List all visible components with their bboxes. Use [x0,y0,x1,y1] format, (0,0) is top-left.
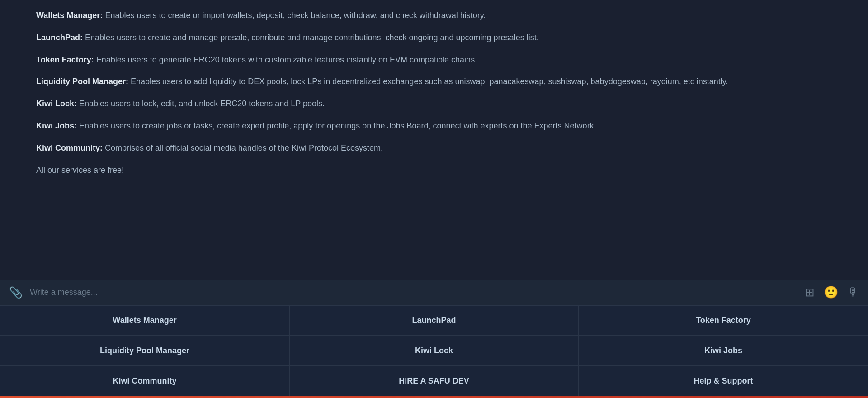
feature-label: Kiwi Community: [36,143,103,152]
feature-description: Enables users to lock, edit, and unlock … [77,99,325,108]
grid-button-hire-a-safu-dev[interactable]: HIRE A SAFU DEV [289,366,579,396]
message-bar: 📎 ⊞ 🙂 🎙 [0,280,868,305]
feature-label: LaunchPad: [36,33,83,42]
feature-block: Kiwi Jobs: Enables users to create jobs … [36,119,832,133]
attach-icon[interactable]: 📎 [9,286,23,299]
feature-block: Kiwi Community: Comprises of all officia… [36,142,832,155]
icon-group: ⊞ 🙂 🎙 [805,285,859,299]
emoji-icon[interactable]: 🙂 [824,285,838,299]
grid-button-launchpad[interactable]: LaunchPad [289,305,579,336]
grid-button-kiwi-community[interactable]: Kiwi Community [0,366,289,396]
feature-label: Kiwi Lock: [36,99,77,108]
microphone-icon[interactable]: 🎙 [847,285,859,299]
feature-description: Comprises of all official social media h… [103,143,383,152]
feature-description: Enables users to add liquidity to DEX po… [128,77,728,86]
feature-block: Wallets Manager: Enables users to create… [36,9,832,22]
grid-button-token-factory[interactable]: Token Factory [579,305,868,336]
feature-block: LaunchPad: Enables users to create and m… [36,31,832,44]
grid-button-help-&-support[interactable]: Help & Support [579,366,868,396]
grid-button-wallets-manager[interactable]: Wallets Manager [0,305,289,336]
feature-label: Wallets Manager: [36,11,103,20]
free-note: All our services are free! [36,166,832,175]
feature-description: Enables users to generate ERC20 tokens w… [94,55,477,64]
feature-block: Token Factory: Enables users to generate… [36,53,832,66]
grid-button-kiwi-jobs[interactable]: Kiwi Jobs [579,336,868,366]
content-area: Wallets Manager: Enables users to create… [0,0,868,280]
feature-description: Enables users to create and manage presa… [83,33,539,42]
grid-button-kiwi-lock[interactable]: Kiwi Lock [289,336,579,366]
grid-button-liquidity-pool-manager[interactable]: Liquidity Pool Manager [0,336,289,366]
message-input[interactable] [30,288,797,297]
feature-description: Enables users to create or import wallet… [103,11,486,20]
feature-label: Token Factory: [36,55,94,64]
feature-block: Liquidity Pool Manager: Enables users to… [36,75,832,88]
feature-block: Kiwi Lock: Enables users to lock, edit, … [36,97,832,110]
button-grid: Wallets ManagerLaunchPadToken FactoryLiq… [0,305,868,396]
grid-apps-icon[interactable]: ⊞ [805,285,815,299]
bottom-border [0,396,868,398]
feature-label: Kiwi Jobs: [36,121,77,130]
feature-description: Enables users to create jobs or tasks, c… [77,121,596,130]
feature-label: Liquidity Pool Manager: [36,77,128,86]
